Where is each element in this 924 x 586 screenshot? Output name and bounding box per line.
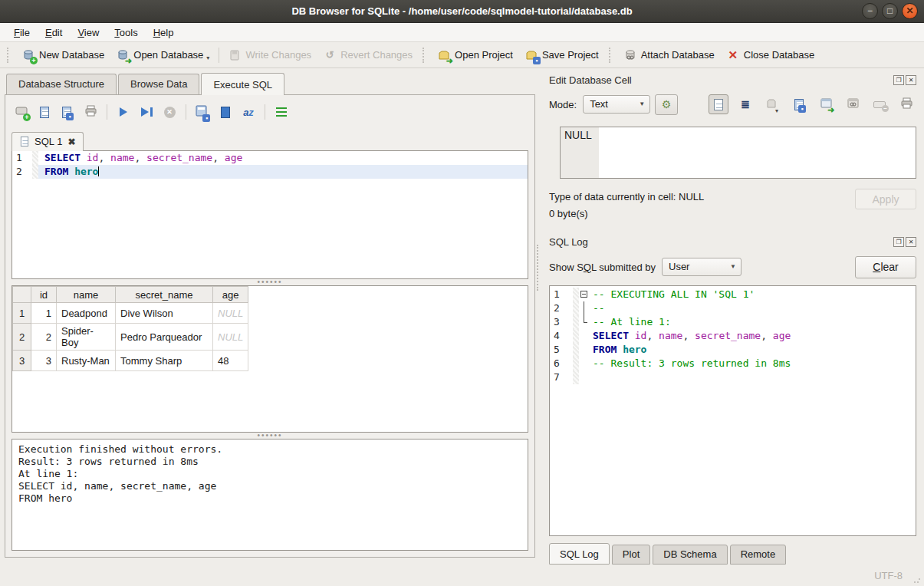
menu-view[interactable]: View	[70, 25, 107, 41]
new-database-button[interactable]: + New Database	[16, 46, 110, 64]
execute-current-line-button[interactable]	[136, 102, 156, 122]
print-icon	[84, 105, 97, 119]
column-header-name[interactable]: name	[57, 287, 116, 303]
cell-name[interactable]: Rusty-Man	[57, 351, 116, 371]
menu-edit[interactable]: Edit	[38, 25, 70, 41]
main-area: Database Structure Browse Data Execute S…	[0, 68, 924, 565]
menu-help[interactable]: Help	[146, 25, 182, 41]
sql-log-view[interactable]: 1-- EXECUTING ALL IN 'SQL 1' 2-- 3-- At …	[549, 285, 916, 536]
row-header[interactable]: 2	[13, 324, 31, 351]
cell-age[interactable]: NULL	[213, 324, 248, 351]
column-header-id[interactable]: id	[31, 287, 57, 303]
open-database-dropdown-icon[interactable]: ▾	[206, 54, 209, 61]
dock-tab-plot[interactable]: Plot	[612, 545, 650, 565]
editor-results-splitter[interactable]: ••••••	[12, 279, 528, 285]
copy-url-button[interactable]	[843, 94, 863, 114]
format-sql-button[interactable]	[271, 102, 291, 122]
sql-editor[interactable]: 1SELECT id, name, secret_name, age 2FROM…	[12, 150, 528, 279]
print-cell-button[interactable]	[896, 94, 916, 114]
text-mode-button[interactable]	[709, 94, 728, 114]
open-project-button[interactable]: ➜ Open Project	[432, 46, 519, 64]
clear-log-button[interactable]: Clear	[855, 256, 916, 278]
sql-document-tabbar: SQL 1 ✖	[12, 130, 528, 151]
dock-tab-sql-log[interactable]: SQL Log	[549, 543, 610, 565]
right-pane: Edit Database Cell ❐ ✕ Mode: Text▼ ⚙ ≣ ▾	[540, 68, 924, 565]
row-header[interactable]: 3	[13, 351, 31, 371]
results-message-splitter[interactable]: ••••••	[12, 433, 528, 439]
close-button[interactable]: ✕	[902, 3, 918, 19]
auto-switch-mode-button[interactable]: ⚙	[655, 94, 678, 115]
cell-secret-name[interactable]: Pedro Parqueador	[116, 324, 213, 351]
cell-name[interactable]: Deadpond	[57, 303, 116, 324]
database-new-icon: +	[22, 49, 35, 61]
menu-file[interactable]: File	[6, 25, 38, 41]
stop-icon: ✕	[164, 107, 176, 118]
menubar: File Edit View Tools Help	[0, 23, 924, 42]
open-external-button[interactable]: ➜	[816, 94, 836, 114]
print-icon	[900, 97, 913, 111]
tab-execute-sql[interactable]: Execute SQL	[201, 73, 284, 95]
export-results-button[interactable]: ▪ ▾	[192, 102, 212, 122]
float-dock-icon[interactable]: ❐	[893, 75, 904, 85]
close-dock-icon[interactable]: ✕	[906, 75, 916, 85]
cell-id[interactable]: 3	[31, 351, 57, 371]
cell-id[interactable]: 1	[31, 303, 57, 324]
dock-tab-remote[interactable]: Remote	[730, 545, 787, 565]
stop-execution-button[interactable]: ✕	[159, 102, 179, 122]
tab-browse-data[interactable]: Browse Data	[118, 74, 199, 94]
close-database-button[interactable]: ✕ Close Database	[721, 46, 821, 64]
import-data-button[interactable]: ▾	[762, 94, 782, 114]
open-sql-file-button[interactable]	[35, 102, 54, 122]
resize-grip[interactable]	[913, 576, 921, 584]
write-changes-button[interactable]: Write Changes	[222, 46, 317, 64]
word-wrap-button[interactable]: ≣	[735, 94, 755, 114]
export-results-icon: ▪	[196, 105, 207, 119]
edit-cell-title: Edit Database Cell	[549, 74, 892, 86]
maximize-button[interactable]: □	[882, 3, 898, 19]
close-sql-tab-icon[interactable]: ✖	[67, 137, 75, 147]
syntax-highlight-icon: az	[243, 107, 254, 117]
vertical-splitter[interactable]	[537, 245, 541, 291]
column-header-secret-name[interactable]: secret_name	[116, 287, 213, 303]
open-database-button[interactable]: ➜ Open Database ▾	[110, 46, 215, 64]
cell-name[interactable]: Spider-Boy	[57, 324, 116, 351]
submitted-by-select[interactable]: User▼	[662, 258, 742, 276]
cell-id[interactable]: 2	[31, 324, 57, 351]
execute-all-button[interactable]	[113, 102, 133, 122]
export-data-button[interactable]: ▪	[789, 94, 809, 114]
fold-marker-icon[interactable]	[579, 288, 590, 301]
sql-document-tab[interactable]: SQL 1 ✖	[12, 132, 84, 151]
find-button[interactable]	[215, 102, 235, 122]
dock-tab-db-schema[interactable]: DB Schema	[653, 545, 727, 565]
attach-database-button[interactable]: Attach Database	[618, 46, 721, 64]
import-data-icon	[766, 98, 777, 111]
execution-message[interactable]: Execution finished without errors. Resul…	[12, 439, 528, 551]
minimize-button[interactable]: −	[862, 3, 878, 19]
row-header[interactable]: 1	[13, 303, 31, 324]
main-toolbar: + New Database ➜ Open Database ▾ Write C…	[0, 42, 924, 68]
column-header-age[interactable]: age	[213, 287, 248, 303]
text-document-icon	[714, 99, 723, 110]
close-dock-icon[interactable]: ✕	[906, 237, 916, 247]
edit-cell-dock-title: Edit Database Cell ❐ ✕	[549, 71, 916, 88]
cell-age[interactable]: NULL	[213, 303, 248, 324]
revert-changes-button[interactable]: ↺ Revert Changes	[317, 46, 419, 64]
float-dock-icon[interactable]: ❐	[893, 237, 904, 247]
save-sql-file-button[interactable]: ▪ ▾	[58, 102, 77, 122]
save-project-button[interactable]: ▪ Save Project	[519, 46, 605, 64]
set-null-button[interactable]	[870, 94, 889, 114]
encoding-indicator[interactable]: UTF-8	[874, 570, 903, 581]
open-sql-tab-button[interactable]: +	[12, 102, 31, 122]
cell-secret-name[interactable]: Dive Wilson	[116, 303, 213, 324]
syntax-highlight-button[interactable]: az	[238, 102, 258, 122]
database-open-icon: ➜	[117, 49, 129, 61]
cell-age[interactable]: 48	[213, 351, 248, 371]
mode-select[interactable]: Text▼	[583, 95, 650, 114]
cell-value-editor[interactable]: NULL	[560, 127, 916, 179]
tab-database-structure[interactable]: Database Structure	[6, 74, 117, 94]
menu-tools[interactable]: Tools	[107, 25, 145, 41]
apply-button[interactable]: Apply	[855, 189, 916, 209]
cell-type-info: Type of data currently in cell: NULL	[549, 189, 704, 206]
print-sql-button[interactable]	[81, 102, 100, 122]
cell-secret-name[interactable]: Tommy Sharp	[116, 351, 213, 371]
